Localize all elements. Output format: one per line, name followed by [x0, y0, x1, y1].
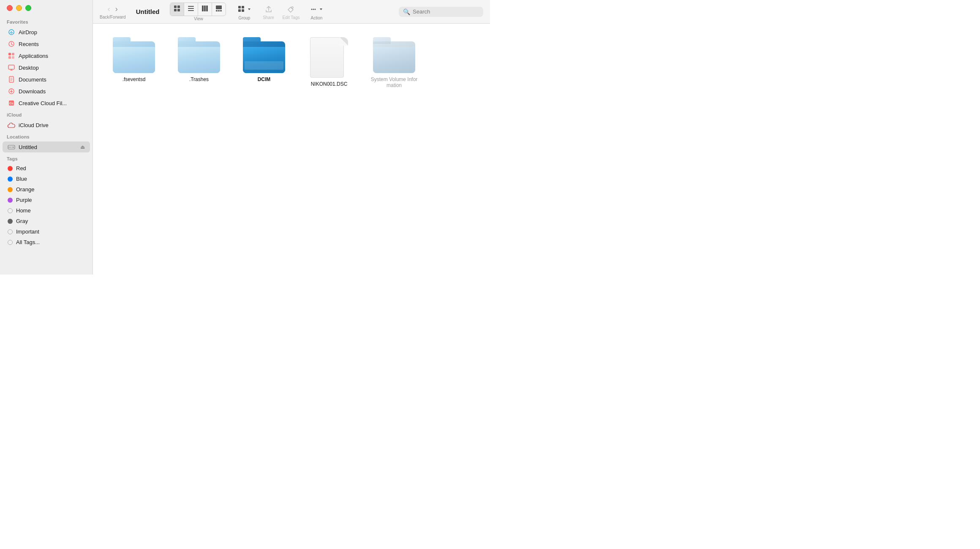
file-item-nikon[interactable]: NIKON001.DSC — [302, 34, 357, 92]
file-item-dcim[interactable]: DCIM — [237, 34, 291, 92]
locations-label: Locations — [0, 131, 93, 141]
sidebar-item-creative[interactable]: Cc Creative Cloud Fil... — [3, 98, 90, 109]
folder-icon-trashes — [178, 37, 220, 73]
svg-rect-17 — [177, 9, 180, 11]
svg-rect-24 — [216, 5, 222, 9]
applications-icon — [8, 52, 15, 60]
file-item-systemvolume[interactable]: System Volume Information — [367, 34, 422, 92]
favorites-label: Favorites — [0, 16, 93, 26]
view-buttons — [170, 3, 226, 16]
nav-label: Back/Forward — [100, 15, 126, 19]
minimize-button[interactable] — [16, 5, 22, 11]
desktop-label: Desktop — [19, 65, 39, 71]
svg-rect-21 — [202, 5, 204, 11]
file-label-nikon: NIKON001.DSC — [311, 81, 348, 87]
svg-rect-25 — [216, 10, 218, 11]
creative-icon: Cc — [8, 99, 15, 107]
svg-rect-26 — [218, 10, 220, 11]
svg-point-13 — [13, 147, 14, 148]
maximize-button[interactable] — [25, 5, 31, 11]
toolbar: ‹ › Back/Forward Untitled — [93, 0, 490, 24]
tag-dot-all — [8, 240, 13, 245]
sidebar-item-airdrop[interactable]: AirDrop — [3, 27, 90, 38]
eject-icon[interactable]: ⏏ — [80, 144, 85, 150]
back-button[interactable]: ‹ — [106, 4, 112, 14]
group-button[interactable] — [234, 3, 255, 15]
tag-label-home: Home — [16, 207, 31, 214]
sidebar-item-documents[interactable]: Documents — [3, 74, 90, 85]
icon-view-button[interactable] — [170, 3, 184, 16]
svg-point-32 — [291, 7, 293, 8]
file-label-systemvolume: System Volume Information — [370, 76, 418, 88]
tag-dot-red — [8, 166, 13, 171]
group-label: Group — [239, 16, 250, 20]
file-item-trashes[interactable]: .Trashes — [172, 34, 226, 92]
tag-label-gray: Gray — [16, 218, 28, 224]
edit-tags-button[interactable] — [284, 4, 298, 15]
sidebar-item-icloud-drive[interactable]: iCloud Drive — [3, 120, 90, 130]
tag-label-important: Important — [16, 228, 39, 235]
airdrop-label: AirDrop — [19, 29, 37, 35]
svg-rect-14 — [174, 5, 177, 8]
sidebar-item-desktop[interactable]: Desktop — [3, 62, 90, 73]
svg-rect-16 — [174, 9, 177, 11]
tag-label-orange: Orange — [16, 186, 34, 193]
tag-dot-blue — [8, 177, 13, 182]
sidebar-item-tag-orange[interactable]: Orange — [3, 185, 90, 194]
svg-point-1 — [11, 33, 12, 34]
svg-rect-27 — [220, 10, 222, 11]
icon-grid: .fseventsd .Trashes DCIM — [106, 34, 476, 92]
sidebar-item-recents[interactable]: Recents — [3, 38, 90, 49]
sidebar-item-downloads[interactable]: Downloads — [3, 86, 90, 97]
forward-button[interactable]: › — [114, 4, 120, 14]
recents-icon — [8, 40, 15, 48]
nav-group: ‹ › Back/Forward — [100, 4, 126, 19]
folder-icon-dcim — [243, 37, 285, 73]
tag-label-all: All Tags... — [16, 239, 40, 245]
recents-label: Recents — [19, 41, 39, 47]
svg-rect-18 — [188, 6, 194, 7]
action-button[interactable] — [306, 3, 327, 15]
svg-rect-19 — [188, 8, 194, 9]
svg-rect-20 — [188, 10, 194, 11]
sidebar-item-tag-purple[interactable]: Purple — [3, 195, 90, 205]
svg-point-35 — [315, 8, 316, 10]
sidebar-item-untitled[interactable]: Untitled ⏏ — [3, 141, 90, 152]
sidebar-item-tag-all[interactable]: All Tags... — [3, 237, 90, 247]
svg-text:Cc: Cc — [9, 101, 14, 105]
close-button[interactable] — [7, 5, 13, 11]
applications-label: Applications — [19, 53, 48, 59]
file-label-dcim: DCIM — [258, 76, 271, 82]
drive-icon — [8, 143, 15, 151]
tags-label: Tags — [0, 153, 93, 163]
svg-rect-5 — [8, 56, 11, 59]
tag-label-blue: Blue — [16, 176, 27, 182]
sidebar-item-tag-red[interactable]: Red — [3, 163, 90, 173]
search-input[interactable] — [413, 8, 479, 15]
svg-point-34 — [313, 8, 314, 10]
sidebar: Favorites AirDrop Recents — [0, 0, 93, 274]
doc-icon-nikon — [310, 37, 348, 78]
sidebar-item-applications[interactable]: Applications — [3, 50, 90, 61]
view-group: View — [170, 3, 228, 21]
action-btn-container: Action — [306, 3, 327, 20]
sidebar-item-tag-home[interactable]: Home — [3, 206, 90, 215]
file-item-fseventsd[interactable]: .fseventsd — [106, 34, 161, 92]
sidebar-item-tag-important[interactable]: Important — [3, 227, 90, 236]
list-view-button[interactable] — [184, 3, 198, 16]
svg-rect-6 — [12, 56, 14, 59]
file-content: .fseventsd .Trashes DCIM — [93, 24, 490, 274]
column-view-button[interactable] — [198, 3, 212, 16]
icloud-drive-icon — [8, 121, 15, 129]
sidebar-item-tag-blue[interactable]: Blue — [3, 174, 90, 184]
svg-rect-31 — [242, 9, 244, 12]
svg-rect-15 — [177, 5, 180, 8]
svg-rect-22 — [204, 5, 206, 11]
tag-label-red: Red — [16, 165, 26, 171]
share-button[interactable] — [261, 4, 276, 15]
share-label: Share — [263, 15, 274, 20]
gallery-view-button[interactable] — [212, 3, 226, 16]
sidebar-item-tag-gray[interactable]: Gray — [3, 216, 90, 226]
edit-tags-btn-container: Edit Tags — [283, 4, 300, 20]
documents-icon — [8, 76, 15, 83]
